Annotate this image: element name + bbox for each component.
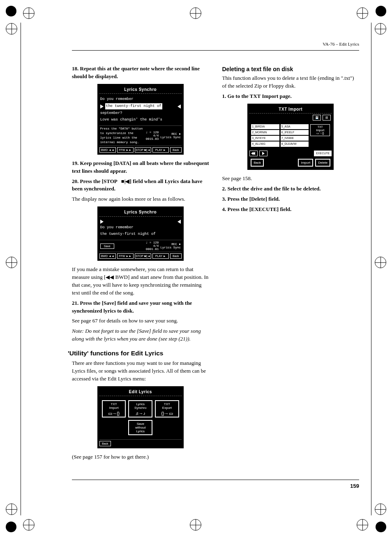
txt-import-side-tile: TXT Import ▭→{} — [310, 124, 330, 136]
file-item[interactable]: 7_IVEBIE — [281, 136, 309, 141]
page-content: VA-76 – Edit Lyrics 18. Repeat this at t… — [72, 41, 359, 501]
back-button[interactable]: Back — [170, 253, 182, 259]
step-number: 3. — [222, 196, 226, 202]
file-item[interactable]: 5_ASA — [281, 124, 309, 129]
step-number: 1. — [222, 93, 226, 99]
file-item[interactable]: 4_ALLNIG — [251, 141, 279, 146]
txt-export-tile[interactable]: TXT Export {}→▭ — [155, 400, 179, 417]
back-button[interactable]: Back — [170, 147, 182, 153]
reg-cross — [357, 7, 368, 19]
bottom-rule — [72, 480, 359, 480]
reg-corner — [6, 522, 16, 532]
lcd-rec: REC ● — [171, 132, 181, 136]
lcd-line: Love was changin' the mind's — [100, 117, 181, 123]
step-text: Press the [Delete] field. — [228, 196, 280, 202]
lcd-tempo: ♩ = 120 — [146, 241, 159, 244]
paragraph: There are three functions you may want t… — [72, 359, 209, 383]
reg-cross — [23, 519, 35, 531]
lcd-tempo: ♩ = 120 — [146, 131, 159, 134]
step-20: 20. Press the [STOP ■|◀] field when all … — [72, 178, 209, 193]
cursor-back-icon — [178, 104, 181, 109]
lcd-lyrics-synchro-1: Lyrics Synchro Do you remember the twent… — [97, 84, 184, 155]
file-item[interactable]: 8_DLEAVW — [281, 141, 309, 146]
page-number: 159 — [72, 482, 359, 490]
lcd-title: TXT Import — [249, 106, 332, 114]
heading-delete: Deleting a text file on disk — [222, 65, 360, 73]
lcd-pos: 0015.03 — [146, 137, 159, 141]
lcd-sig: 4/4 — [153, 134, 159, 137]
play-button[interactable]: PLAY ► — [152, 253, 169, 259]
step-text: Repeat this at the quarter note where th… — [72, 65, 200, 79]
page-prev-button[interactable] — [249, 151, 258, 156]
heading-utility: 'Utility' functions for Edit Lyrics — [68, 349, 209, 358]
bwd-button[interactable]: BWD ◄◄ — [99, 147, 116, 153]
step-18: 18. Repeat this at the quarter note wher… — [72, 65, 209, 81]
reg-cross — [23, 7, 35, 19]
file-item[interactable]: 1_BIRDIA — [251, 124, 279, 129]
floppy-icon[interactable]: 💾 — [313, 115, 321, 121]
lcd-title: Edit Lyrics — [99, 388, 182, 397]
stop-button[interactable]: STOP ■/|◄ — [135, 147, 151, 153]
lcd-line: the twenty-first night of — [100, 232, 181, 237]
lcd-pos: 0001.01 — [146, 248, 159, 251]
lcd-sig: 4/4 — [153, 244, 159, 248]
paragraph: See page 67 for details on how to save y… — [72, 317, 209, 325]
txt-import-icon: ▭→{} — [104, 411, 125, 416]
step-number: 2. — [222, 186, 226, 192]
ffw-button[interactable]: FFW ►► — [117, 253, 134, 259]
import-button[interactable]: Import — [298, 159, 313, 167]
page-next-button[interactable] — [259, 151, 267, 156]
step-21: 21. Press the [Save] field and save your… — [72, 299, 209, 315]
step-text-a: Keep pressing [DATA] — [80, 160, 131, 166]
execute-button[interactable]: EXECUTE — [314, 151, 332, 156]
delete-button[interactable]: Delete — [315, 159, 330, 167]
save-without-lyrics-tile[interactable]: Save without Lyrics — [128, 420, 152, 435]
reg-corner — [376, 6, 386, 16]
lcd-ls: Lyrics Sync — [160, 136, 181, 139]
ffw-button[interactable]: FFW ►► — [117, 147, 134, 153]
top-rule — [72, 50, 359, 51]
file-item[interactable]: 2_MORNIN — [251, 130, 279, 135]
save-button[interactable]: Save — [100, 243, 114, 249]
tile-label: Lyrics — [130, 430, 151, 434]
step-1: 1. Go to the TXT Import page. — [222, 93, 360, 100]
reg-cross — [6, 503, 17, 515]
file-item[interactable]: 3_INYEYE — [251, 136, 279, 141]
paragraph: (See page 157 for how to get there.) — [72, 453, 209, 461]
paragraph: See page 158. — [222, 175, 360, 183]
zip-icon[interactable]: ▥ — [323, 115, 331, 121]
lcd-line: september? — [100, 111, 181, 116]
left-column: 18. Repeat this at the quarter note wher… — [72, 65, 209, 463]
tile-label: Synchro — [130, 406, 151, 410]
bwd-button[interactable]: BWD ◄◄ — [99, 253, 116, 259]
lcd-help-text: Press the "DATA" button to synchronize t… — [100, 127, 146, 145]
step-text: Select the drive and the file to be dele… — [228, 186, 321, 192]
lcd-line: Do you remember — [100, 225, 181, 230]
paragraph: The display now again looks more or less… — [72, 195, 209, 203]
right-column: Deleting a text file on disk This functi… — [222, 65, 360, 463]
lyrics-synchro-icon: ♬→♪ — [130, 411, 151, 416]
step-4: 4. Press the [EXECUTE] field. — [222, 206, 360, 213]
txt-export-icon: {}→▭ — [157, 411, 178, 416]
lcd-line-highlight: the twenty-first night of — [105, 103, 162, 109]
trim-line — [21, 23, 21, 515]
lcd-lyrics-synchro-2: Lyrics Synchro Do you remember the twent… — [97, 206, 184, 261]
file-list: 1_BIRDIA 5_ASA 2_MORNIN 6_IFEELF 3_INYEY… — [251, 124, 309, 147]
step-number: 20. — [72, 178, 78, 184]
reg-cross — [6, 23, 17, 35]
txt-import-icon: ▭→{} — [311, 132, 330, 135]
lcd-rec: REC ● — [171, 243, 181, 246]
lcd-line: Do you remember — [100, 97, 181, 102]
stop-button[interactable]: STOP ■/|◄ — [135, 253, 151, 259]
note: Note: Do not forget to use the [Save] fi… — [72, 327, 209, 343]
txt-import-tile[interactable]: TXT Import ▭→{} — [102, 400, 126, 417]
back-button[interactable]: Back — [99, 441, 111, 446]
lyrics-synchro-tile[interactable]: Lyrics Synchro ♬→♪ — [128, 400, 152, 417]
play-button[interactable]: PLAY ► — [152, 147, 169, 153]
back-button[interactable]: Back — [251, 159, 264, 167]
step-number: 21. — [72, 300, 78, 306]
file-item[interactable]: 6_IFEELF — [281, 130, 309, 135]
running-head: VA-76 – Edit Lyrics — [72, 41, 359, 48]
step-19: 19. Keep pressing [DATA] on all beats wh… — [72, 160, 209, 175]
step-text: Press the [STOP ■|◀] field when all Lyri… — [72, 178, 202, 192]
